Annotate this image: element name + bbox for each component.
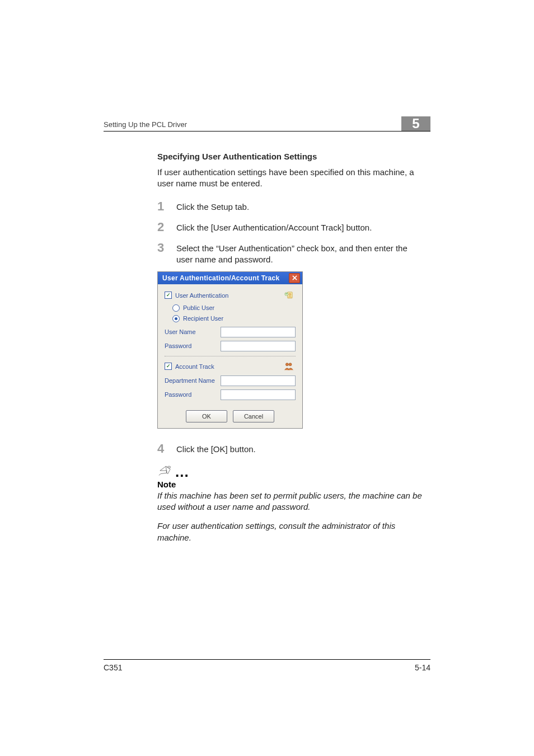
footer-rule <box>104 659 430 660</box>
step-text: Click the [User Authentication/Account T… <box>176 222 423 233</box>
note-icon <box>157 465 173 478</box>
public-user-label: Public User <box>183 304 214 311</box>
user-icon <box>282 290 296 301</box>
footer-model: C351 <box>104 663 122 672</box>
dept-name-input[interactable] <box>221 375 296 386</box>
step-number: 4 <box>157 443 166 455</box>
note-paragraph: If this machine has been set to permit p… <box>157 490 423 513</box>
ok-button[interactable]: OK <box>186 410 227 422</box>
intro-paragraph: If user authentication settings have bee… <box>157 167 423 190</box>
cancel-button[interactable]: Cancel <box>233 410 274 422</box>
account-track-checkbox[interactable] <box>165 363 172 370</box>
dialog-separator <box>165 356 296 356</box>
at-password-input[interactable] <box>221 389 296 400</box>
account-track-label: Account Track <box>175 363 214 370</box>
group-icon <box>282 361 296 372</box>
chapter-number: 5 <box>401 116 430 131</box>
note-heading: Note <box>157 480 423 489</box>
step-text: Click the Setup tab. <box>176 201 423 213</box>
at-password-label: Password <box>165 391 221 398</box>
recipient-user-label: Recipient User <box>183 315 223 322</box>
svg-point-4 <box>289 363 292 365</box>
step-text: Click the [OK] button. <box>176 444 423 455</box>
note-ellipsis: ... <box>175 469 189 475</box>
dialog-title: User Authentication/Account Track <box>162 274 280 282</box>
close-icon[interactable] <box>289 273 300 283</box>
user-name-input[interactable] <box>221 327 296 337</box>
sub-heading: Specifying User Authentication Settings <box>157 152 423 161</box>
password-label: Password <box>165 342 221 349</box>
svg-point-3 <box>285 363 288 365</box>
recipient-user-radio[interactable] <box>172 315 180 322</box>
step-text: Select the “User Authentication” check b… <box>176 243 423 266</box>
svg-point-5 <box>167 466 171 468</box>
step-number: 3 <box>157 242 166 266</box>
footer-page-number: 5-14 <box>415 663 430 672</box>
public-user-radio[interactable] <box>172 304 180 312</box>
user-auth-checkbox[interactable] <box>165 292 172 299</box>
user-auth-dialog: User Authentication/Account Track User A… <box>157 271 303 429</box>
dialog-title-bar: User Authentication/Account Track <box>158 272 302 284</box>
section-running-head: Setting Up the PCL Driver <box>104 120 187 131</box>
step-number: 1 <box>157 200 166 213</box>
password-input[interactable] <box>221 341 296 351</box>
dept-name-label: Department Name <box>165 377 221 384</box>
user-auth-label: User Authentication <box>175 292 228 299</box>
svg-point-1 <box>289 293 291 295</box>
note-paragraph: For user authentication settings, consul… <box>157 520 423 543</box>
step-number: 2 <box>157 221 166 233</box>
user-name-label: User Name <box>165 328 221 335</box>
